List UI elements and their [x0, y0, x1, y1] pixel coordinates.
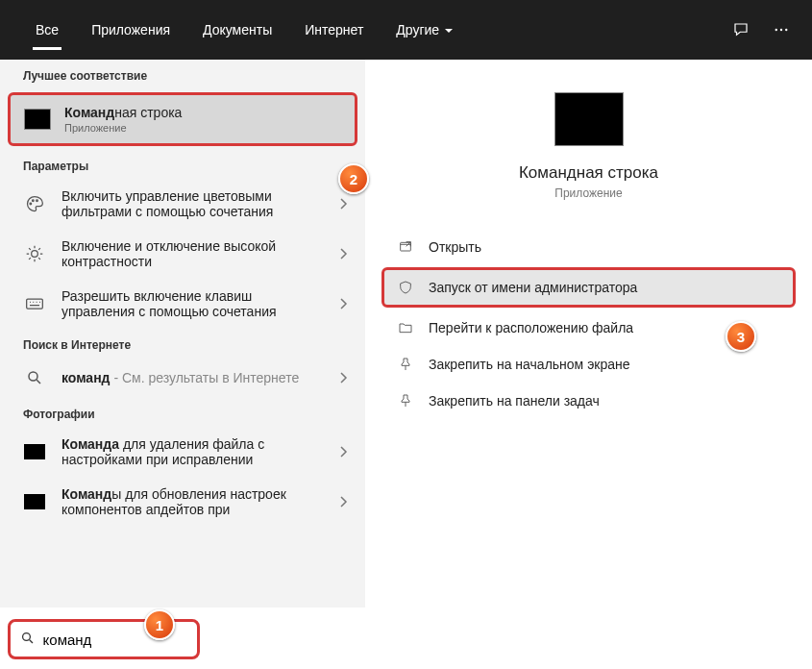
- feedback-icon[interactable]: [729, 18, 752, 41]
- settings-text: Включение и отключение высокой контрастн…: [62, 238, 336, 269]
- main-area: Лучшее соответствие Командная строка При…: [0, 60, 812, 607]
- photo-item[interactable]: Команды для обновления настроек компонен…: [0, 477, 365, 527]
- preview-cmd-icon: [554, 92, 624, 146]
- photo-text: Команды для обновления настроек компонен…: [62, 486, 336, 517]
- action-open[interactable]: Открыть: [384, 229, 793, 265]
- action-label: Запуск от имени администратора: [429, 280, 637, 295]
- settings-item[interactable]: Включение и отключение высокой контрастн…: [0, 229, 365, 279]
- result-best-match[interactable]: Командная строка Приложение: [8, 92, 357, 146]
- settings-text: Разрешить включение клавиш управления с …: [62, 288, 336, 319]
- match-subtitle: Приложение: [64, 122, 345, 134]
- svg-rect-7: [27, 299, 43, 309]
- match-bold: Команд: [64, 105, 114, 120]
- preview-subtitle: Приложение: [384, 186, 793, 200]
- svg-point-4: [33, 200, 35, 202]
- folder-icon: [396, 318, 415, 337]
- tab-apps[interactable]: Приложения: [75, 0, 186, 60]
- svg-point-8: [29, 372, 37, 381]
- annotation-badge-1: 1: [144, 609, 175, 640]
- result-text: Командная строка Приложение: [64, 105, 345, 134]
- match-rest: ная строка: [114, 105, 182, 120]
- action-label: Закрепить на панели задач: [429, 393, 600, 409]
- section-best-match: Лучшее соответствие: [0, 60, 365, 88]
- pin-icon: [396, 391, 415, 410]
- image-thumb-icon: [21, 441, 48, 462]
- svg-point-1: [780, 29, 782, 31]
- brightness-icon: [21, 243, 48, 264]
- search-bar: [0, 607, 812, 669]
- action-run-admin[interactable]: Запуск от имени администратора: [381, 267, 796, 308]
- cmd-icon: [24, 109, 51, 130]
- annotation-badge-3: 3: [726, 321, 756, 352]
- section-web: Поиск в Интернете: [0, 329, 365, 358]
- top-actions: [729, 18, 793, 41]
- top-bar: Все Приложения Документы Интернет Другие: [0, 0, 812, 60]
- pin-icon: [396, 355, 415, 374]
- results-pane: Лучшее соответствие Командная строка При…: [0, 60, 365, 607]
- action-label: Перейти к расположению файла: [429, 320, 633, 335]
- svg-point-2: [785, 29, 787, 31]
- tab-all[interactable]: Все: [19, 0, 75, 60]
- search-tabs: Все Приложения Документы Интернет Другие: [19, 0, 729, 60]
- image-thumb-icon: [21, 491, 48, 512]
- action-label: Открыть: [429, 239, 481, 255]
- chevron-right-icon: [336, 494, 352, 509]
- web-text: команд - См. результаты в Интернете: [62, 370, 336, 385]
- shield-icon: [396, 278, 415, 297]
- svg-point-6: [32, 251, 38, 258]
- settings-item[interactable]: Включить управление цветовыми фильтрами …: [0, 179, 365, 229]
- svg-point-0: [775, 29, 777, 31]
- tab-internet[interactable]: Интернет: [288, 0, 380, 60]
- tab-documents[interactable]: Документы: [186, 0, 288, 60]
- preview-title: Командная строка: [384, 163, 793, 183]
- svg-point-5: [37, 200, 38, 202]
- action-pin-start[interactable]: Закрепить на начальном экране: [384, 346, 793, 383]
- settings-text: Включить управление цветовыми фильтрами …: [62, 188, 336, 219]
- settings-item[interactable]: Разрешить включение клавиш управления с …: [0, 279, 365, 329]
- chevron-right-icon: [336, 246, 352, 261]
- chevron-right-icon: [336, 196, 352, 211]
- ellipsis-icon[interactable]: [770, 18, 793, 41]
- search-icon: [21, 367, 48, 388]
- svg-point-3: [30, 203, 32, 205]
- palette-icon: [21, 193, 48, 214]
- action-pin-taskbar[interactable]: Закрепить на панели задач: [384, 383, 793, 419]
- search-icon: [20, 631, 36, 648]
- tab-more[interactable]: Другие: [380, 0, 469, 60]
- keyboard-icon: [21, 293, 48, 314]
- chevron-right-icon: [336, 296, 352, 311]
- section-photos: Фотографии: [0, 398, 365, 427]
- svg-point-10: [23, 633, 31, 641]
- chevron-right-icon: [336, 370, 352, 385]
- open-icon: [396, 237, 415, 257]
- section-settings: Параметры: [0, 150, 365, 179]
- action-label: Закрепить на начальном экране: [429, 357, 630, 372]
- annotation-badge-2: 2: [338, 163, 369, 194]
- chevron-right-icon: [336, 444, 352, 459]
- photo-item[interactable]: Команда для удаления файла с настройками…: [0, 427, 365, 477]
- photo-text: Команда для удаления файла с настройками…: [62, 436, 336, 467]
- web-search-item[interactable]: команд - См. результаты в Интернете: [0, 358, 365, 398]
